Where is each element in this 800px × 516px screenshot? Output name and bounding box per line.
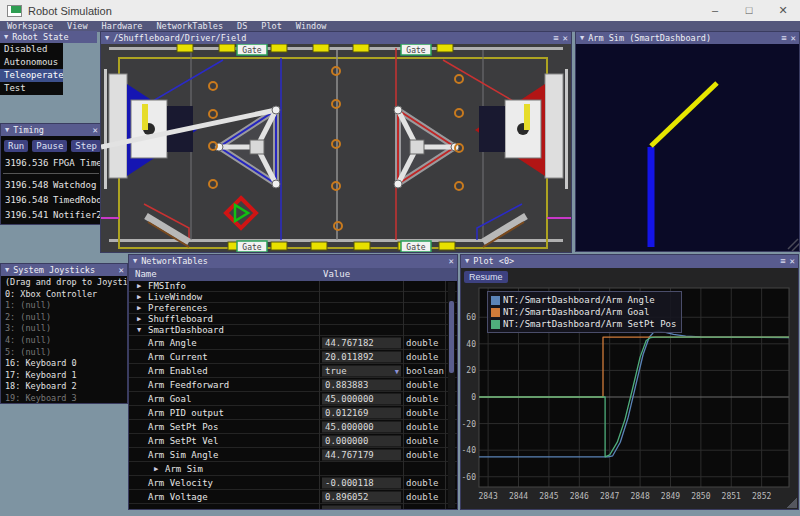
close-icon[interactable]: ✕ xyxy=(791,32,796,44)
legend-label: NT:/SmartDashboard/Arm SetPt Pos xyxy=(503,319,676,329)
table-row: Arm SetPt Pos45.000000double xyxy=(129,420,457,434)
nt-col-value: Value xyxy=(323,268,350,281)
joystick-item[interactable]: 1: (null) xyxy=(1,300,127,312)
dropdown-icon[interactable]: ▼ xyxy=(395,366,399,377)
joystick-item[interactable]: 0: Xbox Controller xyxy=(1,289,127,301)
state-option-teleoperated[interactable]: Teleoperated xyxy=(0,69,63,82)
hamburger-icon[interactable]: ≡ xyxy=(780,255,785,268)
state-option-disabled[interactable]: Disabled xyxy=(0,43,63,56)
joystick-item[interactable]: 18: Keyboard 2 xyxy=(1,381,127,393)
expand-icon[interactable]: ▶ xyxy=(137,293,141,301)
joystick-item[interactable]: 5: (null) xyxy=(1,347,127,359)
legend-label: NT:/SmartDashboard/Arm Angle xyxy=(503,295,655,305)
collapse-icon[interactable]: ▼ xyxy=(580,32,584,44)
table-row: ▶Preferences xyxy=(129,303,457,314)
nt-key-name: Arm Goal xyxy=(148,394,191,404)
collapse-icon[interactable]: ▼ xyxy=(465,255,469,268)
state-option-autonomous[interactable]: Autonomous xyxy=(0,56,63,69)
collapse-icon[interactable]: ▼ xyxy=(4,31,8,43)
nt-scrollbar-thumb[interactable] xyxy=(449,301,454,373)
field-panel: ▼ /Shuffleboard/Driver/Field ≡ ✕ xyxy=(100,31,572,253)
robot-state-panel: ▼ Robot State DisabledAutonomousTeleoper… xyxy=(0,31,97,95)
y-tick-label: 40 xyxy=(466,340,476,349)
close-icon[interactable]: ✕ xyxy=(119,264,124,276)
nt-value-field[interactable]: 0.896052 xyxy=(322,491,401,502)
table-row: ▶FMSInfo xyxy=(129,281,457,292)
nt-value-field[interactable]: 0.883883 xyxy=(322,379,401,390)
nt-value-field[interactable]: true▼ xyxy=(322,365,401,376)
column-divider[interactable] xyxy=(319,281,320,509)
timing-label: Watchdog xyxy=(53,180,96,190)
step-button[interactable]: Step xyxy=(71,140,101,152)
plot-legend: NT:/SmartDashboard/Arm AngleNT:/SmartDas… xyxy=(487,291,682,333)
legend-item[interactable]: NT:/SmartDashboard/Arm SetPt Pos xyxy=(491,318,676,330)
legend-swatch xyxy=(491,308,500,317)
close-icon[interactable]: ✕ xyxy=(563,32,568,44)
timing-titlebar[interactable]: ▼ Timing ✕ xyxy=(1,124,101,136)
joystick-item[interactable]: 19: Keyboard 3 xyxy=(1,393,127,403)
joystick-item[interactable]: 16: Keyboard 0 xyxy=(1,358,127,370)
run-button[interactable]: Run xyxy=(4,140,28,152)
collapse-icon[interactable]: ▼ xyxy=(5,264,9,276)
arm-sim-title: Arm Sim (SmartDashboard) xyxy=(588,32,711,44)
nt-value-field[interactable]: 45.000000 xyxy=(322,421,401,432)
joystick-item[interactable]: 3: (null) xyxy=(1,323,127,335)
nt-value-field[interactable]: 44.767179 xyxy=(322,449,401,460)
robot-state-titlebar[interactable]: ▼ Robot State xyxy=(0,31,97,43)
collapse-icon[interactable]: ▼ xyxy=(105,32,109,44)
collapse-icon[interactable]: ▼ xyxy=(5,124,9,136)
table-row: Arm Feedforward0.883883double xyxy=(129,378,457,392)
legend-item[interactable]: NT:/SmartDashboard/Arm Goal xyxy=(491,306,676,318)
nt-key-name: Arm Velocity xyxy=(148,478,213,488)
expand-icon[interactable]: ▶ xyxy=(137,315,141,323)
nt-value-field[interactable]: 44.767182 xyxy=(322,337,401,348)
expand-icon[interactable]: ▶ xyxy=(137,304,141,312)
table-row: Arm Current20.011892double xyxy=(129,350,457,364)
nt-type-label: double xyxy=(406,478,439,488)
nt-value-field[interactable] xyxy=(322,505,401,509)
legend-item[interactable]: NT:/SmartDashboard/Arm Angle xyxy=(491,294,676,306)
arm-sim-canvas xyxy=(576,44,799,251)
plot-titlebar[interactable]: ▼ Plot <0> ≡ ✕ xyxy=(461,255,798,268)
field-titlebar[interactable]: ▼ /Shuffleboard/Driver/Field ≡ ✕ xyxy=(101,32,571,44)
nt-value-field[interactable]: 45.000000 xyxy=(322,393,401,404)
system-joysticks-titlebar[interactable]: ▼ System Joysticks ✕ xyxy=(1,264,127,276)
expand-icon[interactable]: ▶ xyxy=(154,465,158,473)
nt-type-label: double xyxy=(406,380,439,390)
minimize-icon[interactable]: – xyxy=(698,0,732,21)
joystick-item[interactable]: 17: Keyboard 1 xyxy=(1,370,127,382)
expand-icon[interactable]: ▶ xyxy=(137,282,141,290)
close-icon[interactable]: ✕ xyxy=(790,255,795,268)
close-icon[interactable]: ✕ xyxy=(93,124,98,136)
resume-button[interactable]: Resume xyxy=(464,271,508,283)
collapse-icon[interactable]: ▼ xyxy=(133,255,137,268)
x-tick-label: 2850 xyxy=(691,492,710,501)
pause-button[interactable]: Pause xyxy=(32,140,67,152)
networktables-titlebar[interactable]: ▼ NetworkTables ✕ xyxy=(129,255,457,268)
hamburger-icon[interactable]: ≡ xyxy=(553,32,558,44)
joystick-item[interactable]: 2: (null) xyxy=(1,312,127,324)
maximize-icon[interactable]: □ xyxy=(732,0,766,21)
timing-label: Notifier2 xyxy=(53,210,101,220)
column-divider[interactable] xyxy=(445,281,446,509)
nt-value-field[interactable]: -0.000118 xyxy=(322,477,401,488)
x-tick-label: 2849 xyxy=(661,492,680,501)
resize-grip[interactable] xyxy=(787,498,797,508)
nt-value-field[interactable]: 0.012169 xyxy=(322,407,401,418)
nt-scrollbar[interactable] xyxy=(448,282,455,508)
legend-label: NT:/SmartDashboard/Arm Goal xyxy=(503,307,649,317)
gate-label: Gate xyxy=(406,46,425,55)
collapse-icon[interactable]: ▼ xyxy=(137,326,141,334)
nt-col-name: Name xyxy=(135,268,157,281)
joystick-item[interactable]: 4: (null) xyxy=(1,335,127,347)
close-icon[interactable]: ✕ xyxy=(766,0,800,21)
hamburger-icon[interactable]: ≡ xyxy=(781,32,786,44)
nt-value-field[interactable]: 20.011892 xyxy=(322,351,401,362)
state-option-test[interactable]: Test xyxy=(0,82,63,95)
arm-sim-panel: ▼ Arm Sim (SmartDashboard) ≡ ✕ xyxy=(575,31,800,252)
column-divider[interactable] xyxy=(403,281,404,509)
legend-swatch xyxy=(491,320,500,329)
arm-sim-titlebar[interactable]: ▼ Arm Sim (SmartDashboard) ≡ ✕ xyxy=(576,32,799,44)
nt-value-field[interactable]: 0.000000 xyxy=(322,435,401,446)
close-icon[interactable]: ✕ xyxy=(449,255,454,268)
